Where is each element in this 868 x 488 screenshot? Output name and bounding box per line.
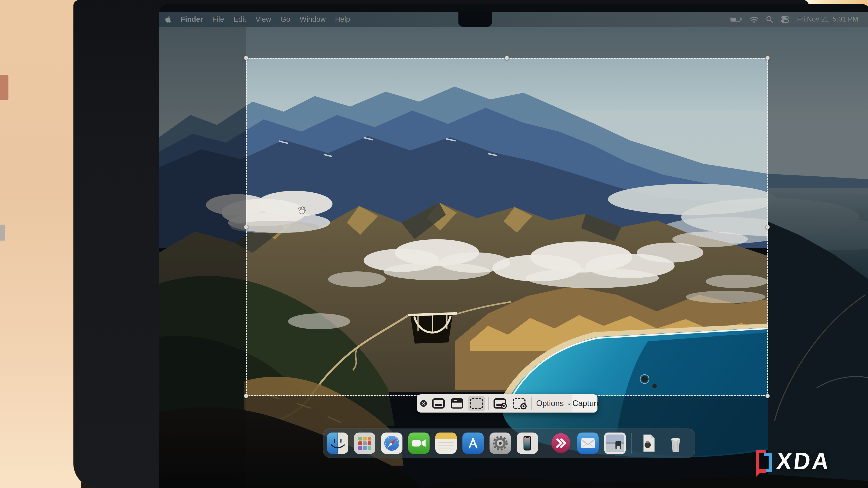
record-selected-portion-button[interactable] [513, 398, 526, 409]
selection-handle-middle-right[interactable] [765, 225, 770, 229]
menu-bar-clock[interactable]: Fri Nov 21 5:01 PM [797, 15, 858, 23]
macbook-body: Finder File Edit View Go Window Help [73, 0, 809, 488]
macbook-screen: Finder File Edit View Go Window Help [159, 4, 868, 488]
dock [323, 428, 695, 458]
selection-handle-top-left[interactable] [244, 56, 248, 60]
record-entire-screen-button[interactable] [494, 398, 506, 409]
menu-edit[interactable]: Edit [234, 15, 246, 24]
chevron-down-icon: ⌄ [566, 399, 572, 406]
toolbar-divider [531, 397, 532, 410]
battery-icon[interactable] [730, 16, 742, 23]
dashed-selection-icon [470, 398, 483, 409]
dock-mail[interactable] [577, 432, 598, 454]
record-dot-icon [520, 403, 527, 410]
watermark-text: XDA [775, 447, 832, 475]
macbook-photo: Finder File Edit View Go Window Help [0, 0, 868, 488]
selection-handle-bottom-left[interactable] [244, 394, 248, 398]
dock-photo-preview[interactable] [604, 432, 626, 454]
options-button[interactable]: Options ⌄ [536, 399, 572, 408]
menu-help[interactable]: Help [335, 15, 350, 24]
selection-handle-bottom-right[interactable] [765, 394, 770, 398]
menu-view[interactable]: View [255, 15, 271, 24]
hand-cursor-icon [297, 205, 307, 216]
apple-menu-icon[interactable] [165, 15, 171, 23]
capture-entire-screen-button[interactable] [432, 398, 445, 409]
wifi-icon[interactable] [749, 16, 759, 23]
screenshot-toolbar: ✕ Options ⌄ Capture [417, 394, 597, 413]
dock-skitch[interactable] [550, 432, 571, 454]
dock-document[interactable] [638, 432, 659, 454]
selection-handle-top-right[interactable] [765, 56, 770, 60]
dock-app-store[interactable] [462, 432, 484, 454]
dock-facetime[interactable] [408, 432, 430, 454]
watermark-bracket-red [756, 450, 766, 473]
options-label: Options [536, 399, 564, 408]
capture-button: Capture [572, 399, 597, 408]
dock-trash[interactable] [665, 432, 686, 454]
capture-selected-window-button[interactable] [451, 398, 463, 409]
selection-handle-top-middle[interactable] [505, 56, 509, 60]
control-center-icon[interactable] [780, 16, 790, 23]
left-wall-patch [0, 225, 5, 240]
close-icon[interactable]: ✕ [420, 400, 427, 407]
toolbar-divider [488, 397, 489, 410]
xda-watermark: XDA [756, 448, 831, 474]
capture-selected-portion-button[interactable] [468, 396, 485, 411]
spotlight-search-icon[interactable] [766, 15, 773, 23]
display-notch [459, 12, 492, 27]
menu-file[interactable]: File [212, 15, 224, 24]
menu-bar: Finder File Edit View Go Window Help [159, 12, 868, 27]
record-dot-icon [501, 403, 507, 409]
dock-divider [544, 433, 545, 454]
dock-iphone-mirroring[interactable] [517, 432, 538, 454]
dock-divider [631, 433, 632, 454]
left-wall [0, 0, 81, 488]
menu-bar-status: Fri Nov 21 5:01 PM [730, 15, 858, 23]
menu-go[interactable]: Go [281, 15, 290, 24]
left-wall-frame [0, 75, 8, 100]
selection-handle-middle-left[interactable] [244, 225, 248, 229]
menu-finder[interactable]: Finder [181, 15, 203, 24]
dock-safari[interactable] [381, 432, 402, 454]
menu-window[interactable]: Window [300, 15, 326, 24]
dock-launchpad[interactable] [354, 432, 375, 454]
dock-system-settings[interactable] [490, 432, 511, 454]
capture-section[interactable]: Capture [572, 394, 597, 413]
menu-bar-left: Finder File Edit View Go Window Help [165, 15, 350, 24]
dock-finder[interactable] [327, 432, 348, 454]
dock-notes[interactable] [435, 432, 457, 454]
selection-rectangle[interactable] [246, 58, 768, 396]
